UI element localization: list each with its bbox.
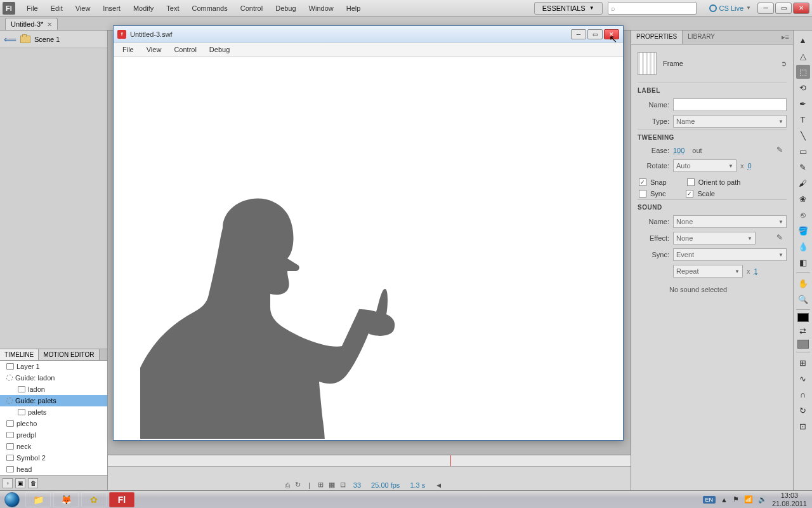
text-tool[interactable]: T [796,112,810,126]
swf-menu-control[interactable]: Control [167,44,202,55]
edit-ease-icon[interactable]: ✎ [776,145,787,156]
info-icon[interactable]: ➲ [781,60,787,68]
bone-tool[interactable]: ⎋ [796,208,810,222]
selection-tool[interactable]: ▲ [796,33,810,47]
paint-bucket-tool[interactable]: 🪣 [796,224,810,237]
stroke-color-swatch[interactable] [797,313,809,322]
sound-repeat-select[interactable]: Repeat▼ [673,265,743,277]
new-folder-button[interactable]: ▣ [15,478,25,488]
sound-effect-select[interactable]: None▼ [673,232,756,244]
maximize-button[interactable]: ▭ [775,3,792,14]
tab-library[interactable]: LIBRARY [683,30,720,44]
menu-window[interactable]: Window [303,2,340,15]
orient-checkbox[interactable] [687,178,695,186]
scale-checkbox[interactable]: ✓ [686,190,693,197]
back-arrow-icon[interactable]: ⟸ [4,34,16,44]
repeat-times[interactable]: 1 [754,267,758,275]
menu-commands[interactable]: Commands [185,2,233,15]
layer-row[interactable]: Layer 1 [0,361,107,372]
option-2[interactable]: ⊡ [796,419,810,433]
ease-value[interactable]: 100 [673,147,684,154]
rectangle-tool[interactable]: ▭ [796,144,810,158]
tab-properties[interactable]: PROPERTIES [631,30,683,44]
menu-control[interactable]: Control [234,2,269,15]
taskbar-flash[interactable]: Fl [109,492,134,507]
menu-view[interactable]: View [69,2,97,15]
pen-tool[interactable]: ✒ [796,97,810,110]
layer-row[interactable]: Symbol 2 [0,452,107,464]
tray-network-icon[interactable]: 📶 [744,495,753,504]
center-frame-icon[interactable]: ⊡ [340,481,346,489]
layer-row[interactable]: ladon [0,384,107,395]
layer-row[interactable]: head [0,464,107,475]
taskbar-explorer[interactable]: 📁 [25,492,51,507]
swf-close-button[interactable]: ✕ [604,29,619,39]
new-layer-button[interactable]: ▫ [3,478,13,488]
swf-menu-view[interactable]: View [140,44,168,55]
playhead[interactable] [450,455,451,466]
close-tab-icon[interactable]: ✕ [47,21,52,28]
snap-option[interactable]: ⊞ [796,356,810,370]
minimize-button[interactable]: ─ [757,3,774,14]
menu-debug[interactable]: Debug [269,2,302,15]
sound-name-select[interactable]: None▼ [673,215,787,228]
magnet-option[interactable]: ∩ [796,387,810,401]
swap-colors-icon[interactable]: ⇄ [796,324,810,338]
menu-help[interactable]: Help [340,2,367,15]
rotate-select[interactable]: Auto▼ [673,159,737,172]
layer-row[interactable]: plecho [0,418,107,429]
start-button[interactable] [0,491,24,509]
layer-row[interactable]: Guide: ladon [0,372,107,384]
tray-flag-icon[interactable]: ⚑ [733,495,739,504]
subselection-tool[interactable]: △ [796,49,810,63]
smooth-option[interactable]: ∿ [796,371,810,385]
menu-text[interactable]: Text [160,2,185,15]
menu-edit[interactable]: Edit [44,2,69,15]
zoom-tool[interactable]: 🔍 [796,292,810,306]
layer-row[interactable]: palets [0,406,107,418]
taskbar-firefox[interactable]: 🦊 [53,492,79,507]
onion-skin-icon[interactable]: ⎙ [285,481,290,489]
hand-tool[interactable]: ✋ [796,276,810,290]
eraser-tool[interactable]: ◧ [796,255,810,269]
loop-icon[interactable]: ↻ [295,481,301,489]
lasso-tool[interactable]: ⟲ [796,81,810,95]
swf-menu-file[interactable]: File [116,44,140,55]
scene-name[interactable]: Scene 1 [34,36,60,43]
tray-arrow-icon[interactable]: ▲ [721,496,728,504]
eyedropper-tool[interactable]: 💧 [796,239,810,253]
cs-live-button[interactable]: CS Live ▼ [709,4,751,12]
panel-menu-icon[interactable]: ▸≡ [778,30,793,44]
document-tab[interactable]: Untitled-3* ✕ [5,18,58,30]
swf-titlebar[interactable]: f Untitled-3.swf ─ ▭ ✕ [114,26,623,43]
snap-checkbox[interactable]: ✓ [639,178,646,186]
free-transform-tool[interactable]: ⬚ [796,65,810,79]
tab-timeline[interactable]: TIMELINE [0,349,39,360]
deco-tool[interactable]: ❀ [796,192,810,206]
workspace-switcher[interactable]: ESSENTIALS▼ [534,2,603,15]
menu-insert[interactable]: Insert [96,2,127,15]
layer-row[interactable]: predpl [0,429,107,441]
close-button[interactable]: ✕ [793,3,809,14]
layer-row[interactable]: neck [0,441,107,452]
swf-minimize-button[interactable]: ─ [571,29,586,39]
search-input[interactable]: ⌕ [608,2,697,15]
system-clock[interactable]: 13:03 21.08.2011 [772,491,807,507]
fill-color-swatch[interactable] [797,340,809,349]
tray-volume-icon[interactable]: 🔊 [758,495,767,504]
brush-tool[interactable]: 🖌 [796,176,810,190]
rotate-times[interactable]: 0 [748,162,752,170]
menu-file[interactable]: File [20,2,44,15]
swf-menu-debug[interactable]: Debug [203,44,236,55]
label-name-input[interactable] [673,98,787,111]
edit-effect-icon[interactable]: ✎ [776,233,787,243]
taskbar-app[interactable]: ✿ [81,492,107,507]
language-indicator[interactable]: EN [703,496,716,504]
onion-markers-icon[interactable]: ⊞ [318,481,324,489]
pencil-tool[interactable]: ✎ [796,160,810,174]
option-1[interactable]: ↻ [796,403,810,417]
label-type-select[interactable]: Name▼ [673,115,787,128]
delete-layer-button[interactable]: 🗑 [28,478,38,488]
sync-checkbox[interactable] [639,190,646,197]
sound-sync-select[interactable]: Event▼ [673,248,787,261]
